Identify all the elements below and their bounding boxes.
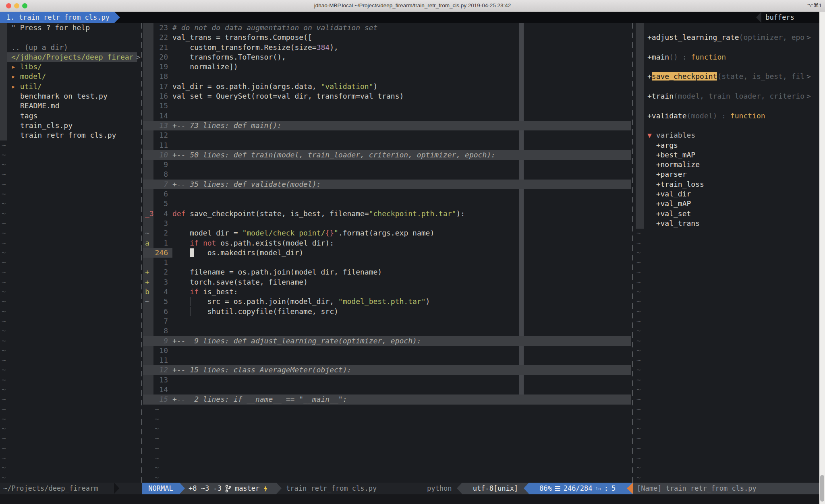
tree-item-file[interactable]: tags [0,111,142,121]
tree-item-up[interactable]: .. (up a dir) [0,43,142,52]
tree-item-root[interactable]: </jdhao/Projects/deep_firear> [0,52,142,62]
fold-line[interactable]: 9+-- 9 lines: def adjust_learning_rate(o… [143,336,631,346]
code-line[interactable]: 8 [143,326,631,336]
tag-entry[interactable]: +val_set [634,209,819,219]
gutter-sign-empty [143,258,153,267]
code-line[interactable]: +2 filename = os.path.join(model_dir, fi… [143,267,631,277]
code-line[interactable]: ~2 model_dir = "model/check_point/{}".fo… [143,228,631,238]
code-line[interactable]: 14 [143,385,631,395]
tagbar-empty-line: ~ [634,346,819,355]
statusline-filename: train_retr_from_cls.py [286,483,377,494]
line-number: 2 [153,228,168,238]
tag-entry[interactable]: +adjust_learning_rate(optimizer, epo> [634,33,819,42]
code-line[interactable]: 18 [143,72,631,81]
line-number: 13 [153,375,168,385]
code-line[interactable]: 6 shutil.copyfile(filename, src) [143,307,631,316]
code-line[interactable]: 13 [143,375,631,385]
fold-text[interactable]: +-- 9 lines: def adjust_learning_rate(op… [172,337,421,345]
fold-line[interactable]: 13+-- 73 lines: def main(): [143,121,631,130]
tag-entry[interactable]: +normalize [634,160,819,169]
code-line[interactable]: 8 [143,169,631,179]
gutter-sign-empty [143,169,153,179]
scrollbar-thumb[interactable] [820,475,824,502]
tag-entry[interactable]: +best_mAP [634,150,819,160]
tag-entry[interactable]: +save_checkpoint(state, is_best, fil> [634,72,819,81]
fold-line[interactable]: 12+-- 15 lines: class AverageMeter(objec… [143,365,631,375]
line-number: 20 [153,52,168,62]
powerline-arrow-left-icon [627,483,633,494]
code-line[interactable]: a1 if not os.path.exists(model_dir): [143,238,631,248]
code-line[interactable]: 5 [143,199,631,209]
gutter-sign: b [143,287,153,297]
tree-item-file[interactable]: README.md [0,101,142,111]
code-line[interactable]: 21 custom_transform.Resize(size=384), [143,43,631,52]
code-line[interactable]: 3 [143,219,631,228]
code-line[interactable]: 7 [143,316,631,326]
fold-line[interactable]: 10+-- 50 lines: def train(model, train_l… [143,150,631,160]
tree-item-dir[interactable]: ▸ util/ [0,82,142,91]
buffers-indicator[interactable]: buffers [756,12,794,23]
tree-empty-line: ~ [0,248,142,258]
code-line[interactable]: 12 [143,130,631,140]
tree-item-file[interactable]: train_retr_from_cls.py [0,130,142,140]
collapse-triangle-icon[interactable]: ▼ [647,131,656,139]
line-number: 4 [153,209,168,219]
tree-empty-line: ~ [0,355,142,365]
gutter-sign-empty [143,365,153,375]
code-line[interactable]: 1 [143,258,631,267]
line-number: 17 [153,82,168,91]
fold-text[interactable]: +-- 73 lines: def main(): [172,121,282,130]
tree-item-file[interactable]: benchmark_on_test.py [0,91,142,101]
tag-entry[interactable]: +args [634,140,819,150]
line-number: 1 [153,258,168,267]
code-line[interactable]: 20 transforms.ToTensor(), [143,52,631,62]
scrollbar-track[interactable] [819,12,825,504]
code-line[interactable]: 10 [143,346,631,355]
window-separator-left[interactable] [141,23,142,483]
fold-text[interactable]: +-- 35 lines: def validate(model): [172,180,321,188]
tag-entry[interactable]: +train_loss [634,180,819,189]
code-line[interactable]: 11 [143,355,631,365]
code-line[interactable]: 19 normalize]) [143,62,631,72]
code-line[interactable]: 17val_dir = os.path.join(args.data, "val… [143,82,631,91]
statusline-nerdtree-path: ~/Projects/deep_firearm [3,483,98,494]
vim-tabline: 1. train_retr_from_cls.py buffers [0,12,825,23]
fold-text[interactable]: +-- 15 lines: class AverageMeter(object)… [172,366,351,374]
tree-empty-line: ~ [0,434,142,443]
tree-item-dir[interactable]: ▸ model/ [0,72,142,81]
code-line[interactable]: 246 os.makedirs(model_dir) [143,248,631,258]
code-line[interactable]: 9 [143,160,631,169]
code-line[interactable]: 22val_trans = transforms.Compose([ [143,33,631,42]
tree-item-file[interactable]: train_cls.py [0,121,142,130]
code-line[interactable]: 23# do not do data augmentation on valid… [143,23,631,33]
tag-entry[interactable]: +main() : function [634,52,819,62]
tag-entry[interactable]: +parser [634,169,819,179]
window-title: jdhao-MBP.local ~/Projects/deep_firearm/… [0,0,825,12]
code-line[interactable]: 16val_set = QuerySet(root=val_dir, trans… [143,91,631,101]
truncation-marker: > [806,33,811,42]
tag-entry[interactable]: ▼ variables [634,130,819,140]
tag-entry[interactable]: +val_dir [634,189,819,199]
code-line[interactable]: 11 [143,140,631,150]
code-line[interactable]: +3 torch.save(state, filename) [143,277,631,287]
powerline-arrow-left-icon [457,483,462,494]
tab-train-retr-from-cls[interactable]: 1. train_retr_from_cls.py [0,12,120,23]
tag-entry[interactable]: +train(model, train_loader, criterio> [634,91,819,101]
window-separator-right[interactable] [632,23,633,483]
code-line[interactable]: b4 if is_best: [143,287,631,297]
code-line[interactable]: _34def save_checkpoint(state, is_best, f… [143,209,631,219]
tag-entry[interactable]: +validate(model) : function [634,111,819,121]
tagbar-empty-line: ~ [634,248,819,258]
editor-panel[interactable]: 23# do not do data augmentation on valid… [143,23,631,483]
code-line[interactable]: ~5 src = os.path.join(model_dir, "model_… [143,297,631,306]
fold-text[interactable]: +-- 50 lines: def train(model, train_loa… [172,151,495,159]
code-line[interactable]: 14 [143,111,631,121]
fold-line[interactable]: 7+-- 35 lines: def validate(model): [143,180,631,189]
code-line[interactable]: 6 [143,189,631,199]
tag-entry[interactable]: +val_mAP [634,199,819,209]
fold-text[interactable]: +-- 2 lines: if __name__ == "__main__": [172,395,347,403]
fold-line[interactable]: 15+-- 2 lines: if __name__ == "__main__"… [143,395,631,404]
code-line[interactable]: 15 [143,101,631,111]
tag-entry[interactable]: +val_trans [634,219,819,228]
tree-item-dir[interactable]: ▸ libs/ [0,62,142,72]
